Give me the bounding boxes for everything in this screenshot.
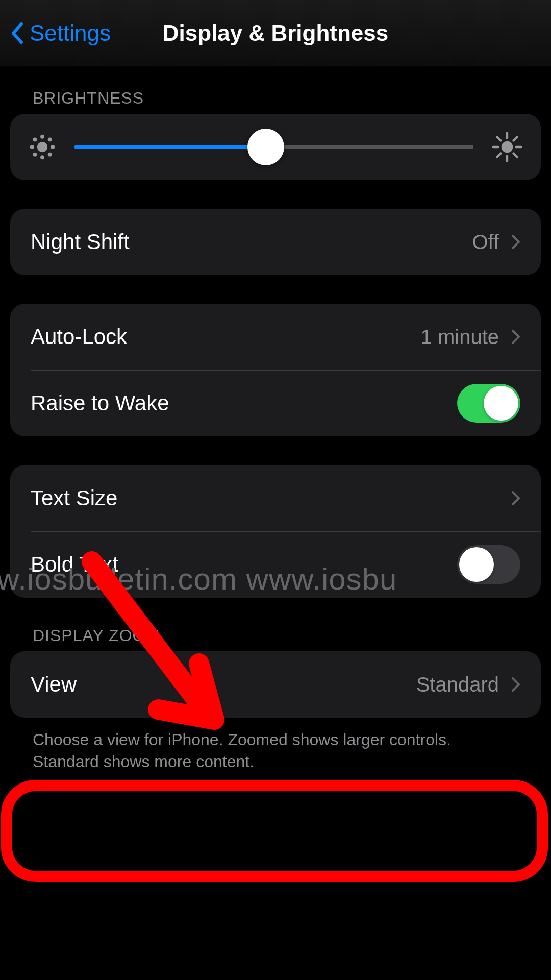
- svg-point-7: [34, 153, 36, 156]
- night-shift-group: Night Shift Off: [10, 209, 541, 275]
- chevron-left-icon: [10, 22, 23, 44]
- auto-lock-label: Auto-Lock: [31, 325, 421, 349]
- brightness-header: BRIGHTNESS: [33, 89, 541, 108]
- text-group: Text Size Bold Text: [10, 465, 541, 598]
- svg-point-0: [37, 142, 47, 152]
- back-label: Settings: [30, 20, 111, 46]
- svg-point-2: [41, 156, 44, 159]
- page-title: Display & Brightness: [163, 20, 389, 46]
- svg-point-4: [52, 146, 54, 149]
- sun-dim-icon: [29, 133, 56, 161]
- view-value: Standard: [416, 673, 499, 696]
- chevron-right-icon: [511, 491, 520, 506]
- back-button[interactable]: Settings: [10, 20, 111, 46]
- night-shift-label: Night Shift: [31, 230, 472, 254]
- raise-to-wake-row: Raise to Wake: [10, 370, 541, 436]
- lock-group: Auto-Lock 1 minute Raise to Wake: [10, 304, 541, 436]
- view-row[interactable]: View Standard: [10, 651, 541, 718]
- night-shift-value: Off: [472, 231, 499, 254]
- bold-text-row: Bold Text: [10, 531, 541, 598]
- svg-line-15: [514, 154, 518, 158]
- svg-point-6: [48, 138, 51, 141]
- raise-to-wake-switch[interactable]: [457, 384, 520, 423]
- text-size-row[interactable]: Text Size: [10, 465, 541, 531]
- brightness-slider-row: [10, 114, 541, 180]
- raise-to-wake-label: Raise to Wake: [31, 391, 457, 415]
- svg-point-9: [502, 141, 513, 153]
- svg-point-5: [34, 138, 36, 141]
- auto-lock-value: 1 minute: [421, 326, 499, 349]
- svg-point-1: [41, 136, 44, 138]
- brightness-slider[interactable]: [74, 129, 473, 165]
- bold-text-label: Bold Text: [31, 552, 457, 577]
- bold-text-switch[interactable]: [457, 545, 520, 584]
- svg-point-8: [48, 153, 51, 156]
- svg-line-16: [497, 154, 501, 158]
- svg-line-17: [514, 137, 518, 141]
- view-label: View: [31, 672, 416, 697]
- sun-bright-icon: [492, 132, 522, 162]
- display-zoom-group: View Standard: [10, 651, 541, 718]
- chevron-right-icon: [511, 677, 520, 692]
- brightness-group: [10, 114, 541, 180]
- svg-line-14: [497, 137, 501, 141]
- night-shift-row[interactable]: Night Shift Off: [10, 209, 541, 275]
- text-size-label: Text Size: [31, 486, 499, 510]
- nav-bar: Settings Display & Brightness: [0, 0, 551, 66]
- svg-point-3: [31, 146, 34, 149]
- auto-lock-row[interactable]: Auto-Lock 1 minute: [10, 304, 541, 370]
- chevron-right-icon: [511, 329, 520, 345]
- chevron-right-icon: [511, 234, 520, 250]
- annotation-highlight: [1, 780, 548, 882]
- display-zoom-header: DISPLAY ZOOM: [33, 626, 541, 645]
- display-zoom-footer: Choose a view for iPhone. Zoomed shows l…: [33, 729, 518, 773]
